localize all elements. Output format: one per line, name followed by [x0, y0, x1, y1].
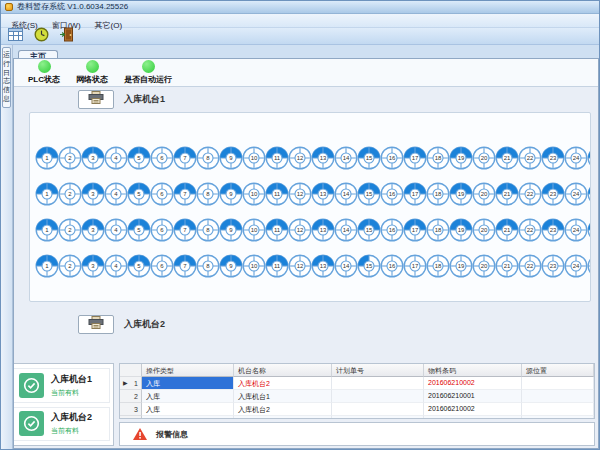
svg-text:21: 21: [504, 155, 511, 161]
reel-slot-3-14: 14: [334, 218, 357, 242]
cell-r1-c2[interactable]: 入库机台2: [234, 377, 332, 390]
cell-r4-c1[interactable]: [142, 416, 234, 419]
reel-slot-2-3: 3: [81, 182, 104, 206]
app-window: 卷料暂存系统 V1.0.6034.25526 系统(S)窗口(W)其它(O) 运…: [0, 0, 600, 450]
column-header-5[interactable]: 源位置: [522, 364, 594, 377]
svg-text:11: 11: [274, 191, 281, 197]
row-header-1[interactable]: ▶1: [120, 377, 142, 390]
reel-slot-4-6: 6: [150, 254, 173, 278]
reel-slot-3-1: 1: [35, 218, 58, 242]
reel-slot-4-25: 25: [587, 254, 591, 278]
reel-slot-1-22: 22: [518, 146, 541, 170]
reel-slot-3-11: 11: [265, 218, 288, 242]
reel-slot-4-23: 23: [541, 254, 564, 278]
table-corner-cell: [120, 364, 142, 377]
reel-slot-1-24: 24: [564, 146, 587, 170]
cell-r2-c4[interactable]: 201606210001: [424, 390, 522, 403]
row-header-2[interactable]: 2: [120, 390, 142, 403]
cell-r3-c2[interactable]: 入库机台2: [234, 403, 332, 416]
station1-status-card: 入库机台1 当前有料: [14, 368, 110, 403]
cell-r3-c3[interactable]: [332, 403, 424, 416]
station2-status-card: 入库机台2 当前有料: [14, 407, 110, 442]
reel-slot-4-7: 7: [173, 254, 196, 278]
reel-slot-2-20: 20: [472, 182, 495, 206]
svg-text:10: 10: [251, 263, 258, 269]
reel-slot-2-5: 5: [127, 182, 150, 206]
schedule-table-button[interactable]: [6, 28, 26, 44]
reel-slot-3-22: 22: [518, 218, 541, 242]
reel-slot-2-11: 11: [265, 182, 288, 206]
svg-text:11: 11: [274, 227, 281, 233]
station2-print-button[interactable]: [78, 315, 114, 334]
status-indicator-2: 网络状态: [76, 60, 108, 85]
svg-text:10: 10: [251, 227, 258, 233]
table-icon: [8, 28, 24, 45]
svg-text:19: 19: [458, 191, 465, 197]
dock-tab-log[interactable]: 运行日志信息: [2, 47, 11, 108]
cell-r3-c4[interactable]: 201606210002: [424, 403, 522, 416]
reel-slot-1-18: 18: [426, 146, 449, 170]
reel-slot-3-7: 7: [173, 218, 196, 242]
reel-slot-1-13: 13: [311, 146, 334, 170]
row-header-3[interactable]: 3: [120, 403, 142, 416]
svg-text:12: 12: [297, 227, 304, 233]
column-header-2[interactable]: 机台名称: [234, 364, 332, 377]
printer-icon: [88, 91, 104, 107]
cell-r2-c5[interactable]: [522, 390, 594, 403]
reel-slot-1-16: 16: [380, 146, 403, 170]
status-lamp-icon: [38, 60, 51, 73]
cell-r1-c4[interactable]: 201606210002: [424, 377, 522, 390]
cell-r4-c4[interactable]: [424, 416, 522, 419]
svg-text:16: 16: [389, 191, 396, 197]
reel-slot-4-10: 10: [242, 254, 265, 278]
station1-print-button[interactable]: [78, 90, 114, 109]
exit-button[interactable]: [56, 28, 76, 44]
reel-slot-3-24: 24: [564, 218, 587, 242]
reel-slot-1-8: 8: [196, 146, 219, 170]
reel-slot-2-9: 9: [219, 182, 242, 206]
svg-text:23: 23: [550, 263, 557, 269]
reel-slot-3-25: 25: [587, 218, 591, 242]
cell-r4-c3[interactable]: [332, 416, 424, 419]
cell-r1-c3[interactable]: [332, 377, 424, 390]
cell-r4-c5[interactable]: [522, 416, 594, 419]
cell-r3-c1[interactable]: 入库: [142, 403, 234, 416]
clock-button[interactable]: [31, 28, 51, 44]
cell-r2-c3[interactable]: [332, 390, 424, 403]
reel-slot-3-2: 2: [58, 218, 81, 242]
reel-slot-1-7: 7: [173, 146, 196, 170]
cell-r1-c1[interactable]: 入库: [142, 377, 234, 390]
cell-r1-c5[interactable]: [522, 377, 594, 390]
column-header-3[interactable]: 计划单号: [332, 364, 424, 377]
reel-slot-1-3: 3: [81, 146, 104, 170]
svg-text:14: 14: [343, 227, 350, 233]
reel-slot-4-20: 20: [472, 254, 495, 278]
reel-slot-4-22: 22: [518, 254, 541, 278]
cell-r2-c1[interactable]: 入库: [142, 390, 234, 403]
row-number: 3: [134, 406, 138, 413]
svg-text:17: 17: [412, 263, 419, 269]
svg-text:24: 24: [573, 191, 580, 197]
reel-slot-1-11: 11: [265, 146, 288, 170]
station1-title: 入库机台1: [124, 93, 165, 106]
row-header-4[interactable]: *4: [120, 416, 142, 419]
svg-text:17: 17: [412, 191, 419, 197]
reel-slot-1-20: 20: [472, 146, 495, 170]
menu-item-other[interactable]: 其它(O): [88, 19, 130, 33]
column-header-1[interactable]: 操作类型: [142, 364, 234, 377]
cell-r4-c2[interactable]: [234, 416, 332, 419]
reel-slot-2-19: 19: [449, 182, 472, 206]
reel-slot-2-13: 13: [311, 182, 334, 206]
reel-slot-4-14: 14: [334, 254, 357, 278]
svg-text:14: 14: [343, 263, 350, 269]
svg-text:23: 23: [550, 227, 557, 233]
column-header-4[interactable]: 物料条码: [424, 364, 522, 377]
cell-r2-c2[interactable]: 入库机台1: [234, 390, 332, 403]
status-indicator-3: 是否自动运行: [124, 60, 172, 85]
svg-text:15: 15: [366, 263, 373, 269]
cell-r3-c5[interactable]: [522, 403, 594, 416]
reel-slot-1-5: 5: [127, 146, 150, 170]
svg-text:13: 13: [320, 263, 327, 269]
svg-text:14: 14: [343, 191, 350, 197]
workspace: 运行日志信息 主页 PLC状态网络状态是否自动运行 入库机台1 12345678…: [1, 45, 599, 449]
